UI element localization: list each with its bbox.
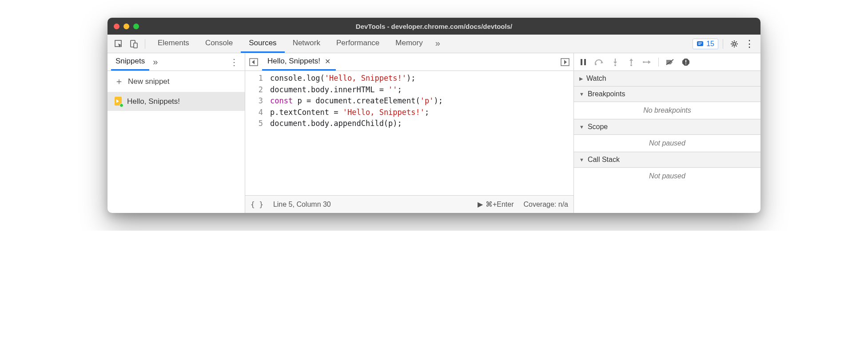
tab-console[interactable]: Console xyxy=(197,35,241,53)
step-icon[interactable] xyxy=(642,59,652,65)
watch-section-header[interactable]: ▶ Watch xyxy=(574,71,760,87)
toolbar-divider xyxy=(723,39,723,49)
sources-panel: Snippets » ⋮ ＋ New snippet Hello, Snippe… xyxy=(108,53,760,213)
expand-down-icon: ▼ xyxy=(579,91,584,97)
breakpoints-body: No breakpoints xyxy=(574,102,760,119)
step-over-icon[interactable] xyxy=(594,59,604,66)
tab-label: Memory xyxy=(395,39,422,47)
debugger-toolbar xyxy=(574,53,760,71)
plus-icon: ＋ xyxy=(115,75,123,87)
svg-rect-10 xyxy=(584,59,586,65)
line-gutter: 12345 xyxy=(245,73,267,195)
scope-section-header[interactable]: ▼ Scope xyxy=(574,119,760,135)
tab-label: Sources xyxy=(249,39,276,47)
tab-sources[interactable]: Sources xyxy=(241,35,284,53)
debugger-pane: ▶ Watch ▼ Breakpoints No breakpoints ▼ S… xyxy=(574,53,760,213)
svg-rect-4 xyxy=(698,43,702,43)
run-shortcut: ⌘+Enter xyxy=(486,200,514,209)
issues-icon xyxy=(697,40,704,47)
editor-tab-label: Hello, Snippets! xyxy=(267,57,320,66)
svg-rect-5 xyxy=(698,44,701,45)
settings-icon[interactable] xyxy=(728,37,741,51)
run-snippet-button[interactable]: ▶ ⌘+Enter xyxy=(478,200,514,209)
expand-down-icon: ▼ xyxy=(579,124,584,130)
snippet-list-item[interactable]: Hello, Snippets! xyxy=(108,92,245,111)
deactivate-breakpoints-icon[interactable] xyxy=(665,59,675,66)
more-menu-icon[interactable]: ⋮ xyxy=(743,37,756,51)
devtools-window: DevTools - developer.chrome.com/docs/dev… xyxy=(108,18,760,213)
navigator-pane: Snippets » ⋮ ＋ New snippet Hello, Snippe… xyxy=(108,53,245,213)
window-title: DevTools - developer.chrome.com/docs/dev… xyxy=(108,23,760,30)
svg-rect-9 xyxy=(581,59,582,65)
new-snippet-label: New snippet xyxy=(128,77,170,86)
step-out-icon[interactable] xyxy=(626,58,636,66)
coverage-status: Coverage: n/a xyxy=(523,201,568,209)
tab-label: Snippets xyxy=(115,57,145,66)
tab-label: Console xyxy=(205,39,233,47)
callstack-body: Not paused xyxy=(574,168,760,185)
step-into-icon[interactable] xyxy=(610,58,620,66)
inspect-element-icon[interactable] xyxy=(112,37,125,51)
svg-rect-3 xyxy=(697,41,703,46)
tab-memory[interactable]: Memory xyxy=(387,35,430,53)
tab-label: Elements xyxy=(158,39,189,47)
close-window-button[interactable] xyxy=(114,24,119,29)
main-toolbar: Elements Console Sources Network Perform… xyxy=(108,35,760,53)
maximize-window-button[interactable] xyxy=(133,24,139,29)
svg-point-13 xyxy=(630,64,632,66)
editor-pane: Hello, Snippets! ✕ 12345 console.log('He… xyxy=(245,53,574,213)
pretty-print-icon[interactable]: { } xyxy=(251,200,263,209)
section-label: Call Stack xyxy=(588,156,620,164)
cursor-position: Line 5, Column 30 xyxy=(273,201,331,209)
issues-badge[interactable]: 15 xyxy=(693,39,718,49)
device-toolbar-icon[interactable] xyxy=(127,37,140,51)
snippets-tab[interactable]: Snippets xyxy=(111,53,149,71)
svg-rect-16 xyxy=(685,60,686,63)
breakpoints-section-header[interactable]: ▼ Breakpoints xyxy=(574,87,760,102)
tab-label: Network xyxy=(293,39,320,47)
tab-elements[interactable]: Elements xyxy=(150,35,197,53)
code-content[interactable]: console.log('Hello, Snippets!');document… xyxy=(267,73,573,195)
editor-status-bar: { } Line 5, Column 30 ▶ ⌘+Enter Coverage… xyxy=(245,195,573,213)
navigator-tabs: Snippets » ⋮ xyxy=(108,53,245,71)
svg-point-11 xyxy=(595,63,597,65)
callstack-section-header[interactable]: ▼ Call Stack xyxy=(574,152,760,168)
panel-tabs: Elements Console Sources Network Perform… xyxy=(150,35,445,53)
tab-label: Performance xyxy=(336,39,379,47)
expand-down-icon: ▼ xyxy=(579,157,584,162)
section-label: Breakpoints xyxy=(588,90,625,98)
play-icon: ▶ xyxy=(478,200,483,209)
code-editor[interactable]: 12345 console.log('Hello, Snippets!');do… xyxy=(245,71,573,195)
svg-point-12 xyxy=(614,64,616,66)
minimize-window-button[interactable] xyxy=(123,24,129,29)
window-controls xyxy=(114,24,139,29)
editor-tab[interactable]: Hello, Snippets! ✕ xyxy=(262,53,336,71)
pause-icon[interactable] xyxy=(578,59,588,66)
svg-rect-2 xyxy=(134,43,137,48)
issues-count: 15 xyxy=(706,40,714,48)
section-label: Watch xyxy=(586,75,606,83)
titlebar: DevTools - developer.chrome.com/docs/dev… xyxy=(108,18,760,35)
snippet-file-icon xyxy=(115,97,123,106)
editor-tabbar: Hello, Snippets! ✕ xyxy=(245,53,573,71)
navigator-more-icon[interactable]: ⋮ xyxy=(227,57,241,67)
nav-forward-icon[interactable] xyxy=(559,56,571,68)
snippet-name: Hello, Snippets! xyxy=(127,97,180,106)
navigator-tabs-overflow-icon[interactable]: » xyxy=(149,57,161,67)
tab-performance[interactable]: Performance xyxy=(328,35,387,53)
tabs-overflow-icon[interactable]: » xyxy=(431,35,445,53)
svg-point-6 xyxy=(733,43,736,45)
close-tab-icon[interactable]: ✕ xyxy=(325,57,330,66)
svg-rect-17 xyxy=(685,63,686,64)
svg-point-14 xyxy=(643,61,645,63)
expand-right-icon: ▶ xyxy=(579,76,583,82)
section-label: Scope xyxy=(588,123,608,131)
pause-on-exceptions-icon[interactable] xyxy=(681,58,691,66)
toolbar-divider xyxy=(658,58,659,67)
scope-body: Not paused xyxy=(574,135,760,152)
tab-network[interactable]: Network xyxy=(285,35,328,53)
nav-back-icon[interactable] xyxy=(248,56,259,68)
toolbar-divider xyxy=(145,39,145,49)
new-snippet-button[interactable]: ＋ New snippet xyxy=(108,71,245,92)
